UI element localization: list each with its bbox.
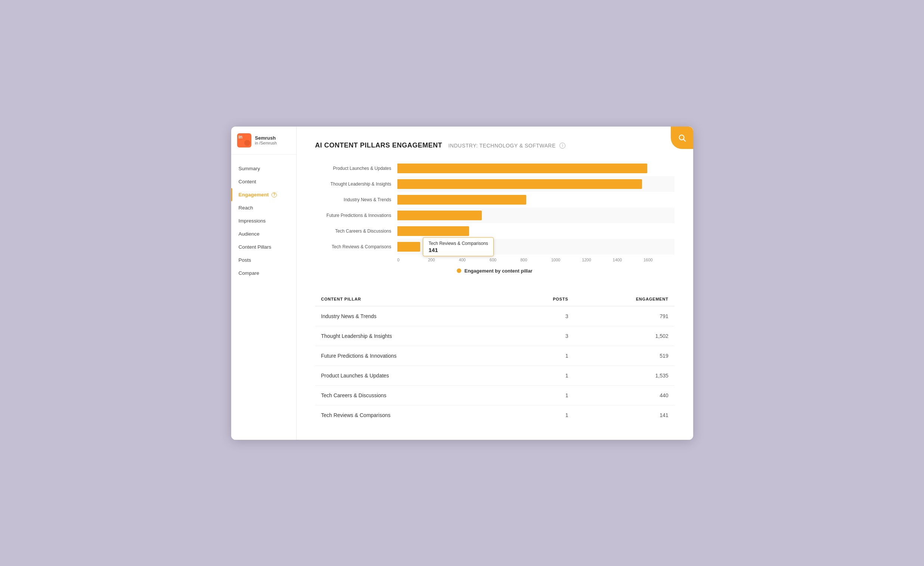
legend-text: Engagement by content pillar xyxy=(464,268,532,274)
table-row: Tech Reviews & Comparisons1141 xyxy=(315,405,675,425)
chart-subtitle: INDUSTRY: TECHNOLOGY & SOFTWARE xyxy=(448,142,555,148)
cell-engagement: 1,502 xyxy=(574,326,674,346)
x-axis-label: 800 xyxy=(520,258,551,262)
app-frame: Semrush in /Semrush Summary Content Enga… xyxy=(231,127,693,440)
sidebar-item-engagement[interactable]: Engagement ? xyxy=(231,188,296,201)
sidebar-logo: Semrush in /Semrush xyxy=(231,127,296,154)
bar-area xyxy=(398,176,675,192)
logo-icon xyxy=(237,133,251,147)
chart-title: AI CONTENT PILLARS ENGAGEMENT xyxy=(315,142,442,149)
table-section: CONTENT PILLAR POSTS ENGAGEMENT Industry… xyxy=(315,292,675,425)
x-axis-label: 1200 xyxy=(582,258,612,262)
bar-area: Tech Reviews & Comparisons141 xyxy=(398,239,675,255)
logo-sub: in /Semrush xyxy=(255,141,277,145)
bar-fill xyxy=(398,195,526,205)
bar-row: Industry News & Trends xyxy=(315,192,675,208)
cell-pillar: Product Launches & Updates xyxy=(315,365,513,385)
cell-engagement: 1,535 xyxy=(574,365,674,385)
sidebar-item-audience[interactable]: Audience xyxy=(231,228,296,240)
cell-pillar: Industry News & Trends xyxy=(315,306,513,326)
tooltip-value: 141 xyxy=(428,246,488,253)
bar-label: Industry News & Trends xyxy=(315,197,398,202)
bar-area xyxy=(398,223,675,239)
x-axis-label: 600 xyxy=(490,258,520,262)
bar-row: Thought Leadership & Insights xyxy=(315,176,675,192)
bar-area xyxy=(398,192,675,208)
bar-fill xyxy=(398,179,642,189)
data-table: CONTENT PILLAR POSTS ENGAGEMENT Industry… xyxy=(315,292,675,425)
sidebar-item-compare[interactable]: Compare xyxy=(231,267,296,280)
cell-posts: 1 xyxy=(512,365,574,385)
cell-engagement: 791 xyxy=(574,306,674,326)
cell-pillar: Thought Leadership & Insights xyxy=(315,326,513,346)
chart-legend: Engagement by content pillar xyxy=(315,268,675,274)
x-axis-label: 1000 xyxy=(551,258,582,262)
bar-area xyxy=(398,208,675,223)
col-engagement: ENGAGEMENT xyxy=(574,292,674,306)
bar-row: Future Predictions & Innovations xyxy=(315,208,675,223)
cell-pillar: Tech Reviews & Comparisons xyxy=(315,405,513,425)
sidebar-navigation: Summary Content Engagement ? Reach Impre… xyxy=(231,154,296,287)
sidebar-item-reach[interactable]: Reach xyxy=(231,201,296,214)
sidebar-item-content-pillars[interactable]: Content Pillars xyxy=(231,240,296,253)
bar-row: Product Launches & Updates xyxy=(315,160,675,176)
main-content: AI CONTENT PILLARS ENGAGEMENT INDUSTRY: … xyxy=(297,127,693,440)
chart-info-icon[interactable]: i xyxy=(560,142,566,148)
cell-engagement: 440 xyxy=(574,385,674,405)
table-body: Industry News & Trends3791Thought Leader… xyxy=(315,306,675,425)
legend-dot xyxy=(457,268,461,273)
x-axis-label: 400 xyxy=(459,258,489,262)
table-row: Tech Careers & Discussions1440 xyxy=(315,385,675,405)
cell-posts: 1 xyxy=(512,385,574,405)
table-row: Thought Leadership & Insights31,502 xyxy=(315,326,675,346)
bar-row: Tech Careers & Discussions xyxy=(315,223,675,239)
logo-name: Semrush xyxy=(255,135,277,141)
sidebar-item-summary[interactable]: Summary xyxy=(231,162,296,175)
cell-posts: 1 xyxy=(512,405,574,425)
cell-pillar: Future Predictions & Innovations xyxy=(315,346,513,365)
bar-label: Thought Leadership & Insights xyxy=(315,181,398,187)
chart-header: AI CONTENT PILLARS ENGAGEMENT INDUSTRY: … xyxy=(315,142,675,149)
sidebar-item-content[interactable]: Content xyxy=(231,175,296,188)
bar-chart-container: Product Launches & UpdatesThought Leader… xyxy=(315,160,675,274)
bar-fill xyxy=(398,242,420,252)
logo-text: Semrush in /Semrush xyxy=(255,135,277,145)
cell-posts: 3 xyxy=(512,306,574,326)
table-row: Industry News & Trends3791 xyxy=(315,306,675,326)
bar-fill xyxy=(398,211,482,220)
search-button[interactable] xyxy=(671,127,693,149)
cell-posts: 1 xyxy=(512,346,574,365)
x-axis-label: 1600 xyxy=(644,258,674,262)
table-header-row: CONTENT PILLAR POSTS ENGAGEMENT xyxy=(315,292,675,306)
cell-posts: 3 xyxy=(512,326,574,346)
bar-chart: Product Launches & UpdatesThought Leader… xyxy=(315,160,675,255)
x-axis-label: 1400 xyxy=(613,258,644,262)
bar-label: Tech Careers & Discussions xyxy=(315,229,398,234)
bar-label: Product Launches & Updates xyxy=(315,166,398,171)
bar-fill xyxy=(398,226,469,236)
cell-engagement: 519 xyxy=(574,346,674,365)
cell-engagement: 141 xyxy=(574,405,674,425)
table-row: Product Launches & Updates11,535 xyxy=(315,365,675,385)
engagement-help-icon[interactable]: ? xyxy=(272,192,277,198)
cell-pillar: Tech Careers & Discussions xyxy=(315,385,513,405)
bar-area xyxy=(398,160,675,176)
x-axis-label: 200 xyxy=(428,258,459,262)
tooltip-title: Tech Reviews & Comparisons xyxy=(428,240,488,246)
bar-label: Tech Reviews & Comparisons xyxy=(315,244,398,249)
col-pillar: CONTENT PILLAR xyxy=(315,292,513,306)
sidebar-item-posts[interactable]: Posts xyxy=(231,253,296,267)
col-posts: POSTS xyxy=(512,292,574,306)
svg-line-1 xyxy=(684,139,686,141)
bar-tooltip: Tech Reviews & Comparisons141 xyxy=(423,237,494,256)
bar-label: Future Predictions & Innovations xyxy=(315,213,398,218)
table-row: Future Predictions & Innovations1519 xyxy=(315,346,675,365)
bar-row: Tech Reviews & ComparisonsTech Reviews &… xyxy=(315,239,675,255)
table-header: CONTENT PILLAR POSTS ENGAGEMENT xyxy=(315,292,675,306)
x-axis-label: 0 xyxy=(398,258,428,262)
sidebar-item-impressions[interactable]: Impressions xyxy=(231,214,296,228)
sidebar: Semrush in /Semrush Summary Content Enga… xyxy=(231,127,297,440)
bar-fill xyxy=(398,163,648,173)
